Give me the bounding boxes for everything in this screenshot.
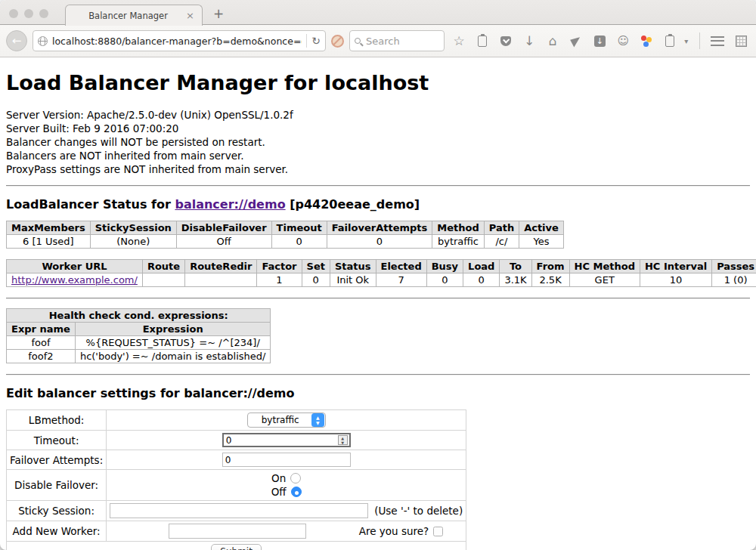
content-blocked-icon[interactable] [331, 35, 344, 48]
search-input[interactable] [364, 35, 439, 48]
balancer-demo-link[interactable]: balancer://demo [175, 197, 285, 212]
column-header: HC Method [569, 260, 640, 273]
cell-from: 2.5K [531, 273, 569, 287]
chevron-down-icon[interactable]: ▾ [684, 37, 691, 45]
toolbar-divider [699, 32, 700, 49]
navigation-toolbar: ← localhost:8880/balancer-manager?b=demo… [0, 25, 756, 57]
grid-panel-icon[interactable] [732, 30, 750, 51]
failover-attempts-input[interactable] [222, 453, 351, 467]
lbmethod-label: LBmethod: [7, 410, 107, 431]
form-row-disable-failover: Disable Failover: On Off [7, 470, 466, 501]
column-header: HC Interval [640, 260, 711, 273]
cell-busy: 0 [426, 273, 463, 287]
cell-passes: 1 (0) [712, 273, 756, 287]
select-stepper-icon: ▲▼ [311, 413, 324, 427]
tab-bar: Balancer Manager × + [0, 0, 756, 25]
cell-to: 3.1K [500, 273, 531, 287]
notice-line: Balancer changes will NOT be persisted o… [6, 135, 750, 149]
edit-balancer-form: LBmethod: bytraffic ▲▼ Timeout: ▲▼ [6, 409, 466, 550]
edit-balancer-heading: Edit balancer settings for balancer://de… [6, 386, 750, 400]
minimize-window-button[interactable] [24, 9, 33, 18]
cell-hc-interval: 10 [640, 273, 711, 287]
menu-icon[interactable] [708, 30, 727, 51]
save-box-icon[interactable]: ↓ [590, 30, 609, 51]
reload-icon[interactable]: ↻ [311, 35, 321, 47]
status-heading-prefix: LoadBalancer Status for [6, 197, 175, 212]
cell-failoverattempts: 0 [327, 235, 432, 249]
cell-set: 0 [302, 273, 330, 287]
table-row: http://www.example.com/ 1 0 Init Ok 7 0 … [7, 273, 756, 287]
search-bar[interactable] [349, 30, 445, 51]
cell-factor: 1 [257, 273, 302, 287]
section-divider [6, 185, 750, 187]
table-row: 6 [1 Used] (None) Off 0 0 bytraffic /c/ … [7, 235, 564, 249]
grid-glyph [736, 36, 747, 47]
color-dots-icon[interactable] [637, 30, 655, 51]
form-row-timeout: Timeout: ▲▼ [7, 431, 466, 450]
radio-on-button[interactable] [290, 473, 301, 484]
table-header-row: MaxMembers StickySession DisableFailover… [7, 221, 564, 235]
cell-hc-method: GET [569, 273, 640, 287]
home-icon[interactable]: ⌂ [544, 30, 562, 51]
close-window-button[interactable] [9, 9, 18, 18]
add-worker-label: Add New Worker: [7, 521, 107, 542]
browser-window: Balancer Manager × + ← localhost:8880/ba… [0, 0, 756, 550]
clipboard-icon[interactable] [473, 30, 491, 51]
lbmethod-select[interactable]: bytraffic ▲▼ [247, 412, 326, 428]
url-text[interactable]: localhost:8880/balancer-manager?b=demo&n… [52, 36, 302, 47]
zoom-window-button[interactable] [39, 9, 48, 18]
sticky-session-input[interactable] [110, 503, 368, 518]
timeout-input[interactable] [222, 433, 351, 447]
lbmethod-selected-value: bytraffic [249, 415, 311, 425]
traffic-lights [9, 9, 48, 18]
cell-elected: 7 [376, 273, 426, 287]
column-header: Set [302, 260, 330, 273]
notice-line: Balancers are NOT inherited from main se… [6, 149, 750, 162]
cell-expression: %{REQUEST_STATUS} =~ /^[234]/ [75, 336, 271, 350]
column-header: StickySession [90, 221, 176, 235]
worker-url-link[interactable]: http://www.example.com/ [11, 274, 138, 286]
form-row-lbmethod: LBmethod: bytraffic ▲▼ [7, 410, 466, 431]
notice-line: ProxyPass settings are NOT inherited fro… [6, 162, 750, 176]
downloads-icon[interactable]: ↓ [520, 30, 538, 51]
cell-maxmembers: 6 [1 Used] [7, 235, 91, 249]
url-bar[interactable]: localhost:8880/balancer-manager?b=demo&n… [33, 30, 326, 51]
add-worker-input[interactable] [169, 524, 306, 539]
pocket-icon[interactable] [497, 30, 515, 51]
worker-table: Worker URL Route RouteRedir Factor Set S… [6, 259, 756, 287]
pocket-glyph [500, 36, 511, 46]
tab-balancer-manager[interactable]: Balancer Manager × [65, 5, 203, 26]
page-content: Load Balancer Manager for localhost Serv… [0, 57, 756, 550]
column-header: RouteRedir [185, 260, 257, 273]
search-icon [355, 38, 361, 44]
submit-button[interactable]: Submit [211, 544, 262, 550]
server-version-line: Server Version: Apache/2.5.0-dev (Unix) … [6, 108, 750, 122]
site-identity-globe-icon[interactable] [38, 36, 48, 46]
number-spinner-icon[interactable]: ▲▼ [338, 435, 348, 445]
column-header: Factor [257, 260, 302, 273]
column-header: Busy [426, 260, 463, 273]
send-plane-icon[interactable] [567, 30, 585, 51]
back-button[interactable]: ← [6, 30, 27, 51]
table-caption-row: Health check cond. expressions: [7, 309, 271, 323]
box-down-glyph: ↓ [594, 36, 606, 47]
new-tab-button[interactable]: + [213, 6, 224, 21]
radio-off-label: Off [271, 486, 287, 498]
column-header: Path [484, 221, 519, 235]
tab-close-icon[interactable]: × [184, 10, 196, 21]
radio-off-button[interactable] [291, 487, 302, 497]
column-header: Timeout [271, 221, 327, 235]
timeout-label: Timeout: [7, 431, 107, 450]
table-row: foof %{REQUEST_STATUS} =~ /^[234]/ [7, 336, 271, 350]
tab-title: Balancer Manager [72, 11, 184, 21]
notes-clipboard-icon[interactable] [661, 30, 679, 51]
column-header: Route [142, 260, 184, 273]
cell-expr-name: foof2 [7, 350, 76, 363]
are-you-sure-checkbox[interactable] [433, 527, 443, 536]
cell-active: Yes [519, 235, 564, 249]
bookmark-star-icon[interactable]: ☆ [450, 30, 468, 51]
form-row-submit: Submit [7, 542, 466, 550]
smiley-icon[interactable]: ☺ [614, 30, 632, 51]
cell-expression: hc('body') =~ /domain is established/ [75, 350, 271, 363]
page-title: Load Balancer Manager for localhost [6, 71, 750, 94]
